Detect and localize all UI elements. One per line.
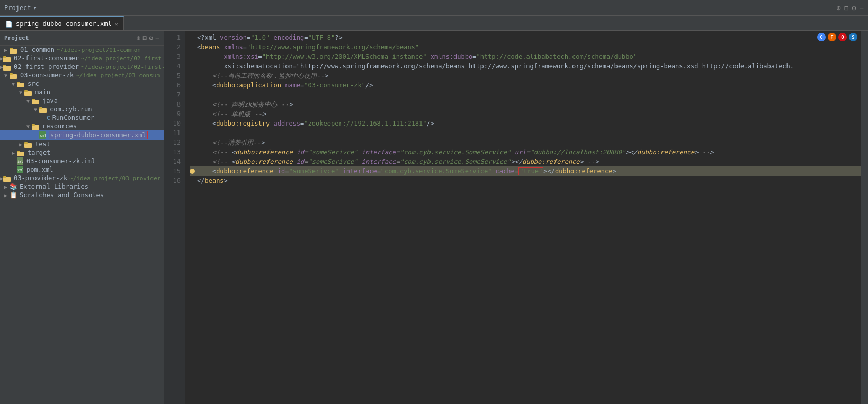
layout-icon[interactable]: ⊟: [844, 4, 848, 12]
tree-item-03-consumer-zk-iml[interactable]: iml03-consumer-zk.iml: [0, 157, 164, 165]
tree-item-pom-xml[interactable]: xmlpom.xml: [0, 165, 164, 174]
svg-rect-16: [32, 125, 39, 130]
svg-rect-4: [3, 66, 11, 71]
tree-item-main[interactable]: ▼main: [0, 88, 164, 96]
tree-meta: ~/idea-project/03-provider-: [69, 175, 164, 182]
tree-item-03-consumer-zk[interactable]: ▼03-consumer-zk ~/idea-project/03-consum: [0, 71, 164, 80]
line-number-4: 4: [168, 62, 181, 71]
sidebar-gear-icon[interactable]: ⚙: [149, 34, 153, 42]
line-number-2: 2: [168, 42, 181, 52]
tree-item-resources[interactable]: ▼resources: [0, 122, 164, 130]
code-text: <dubbo:application name="03-consumer-zk"…: [197, 81, 373, 90]
code-text: xmlns:xsi="http://www.w3.org/2001/XMLSch…: [197, 52, 637, 62]
code-text: <!-- <dubbo:reference id="someSerivce" i…: [197, 147, 714, 157]
tree-meta: ~/idea-project/01-common: [57, 47, 141, 54]
tree-arrow[interactable]: ▼: [32, 107, 39, 112]
tab-bar: 📄 spring-dubbo-consumer.xml ✕: [0, 16, 868, 31]
sidebar-title: Project: [4, 34, 29, 41]
tree-label: test: [35, 140, 50, 148]
tab-spring-dubbo-consumer[interactable]: 📄 spring-dubbo-consumer.xml ✕: [0, 16, 124, 30]
svg-rect-6: [10, 74, 17, 79]
line-number-1: 1: [168, 33, 181, 42]
project-menu[interactable]: Project ▾: [4, 4, 37, 12]
svg-rect-8: [17, 83, 24, 87]
tree-arrow[interactable]: ▶: [10, 150, 17, 156]
tree-item-RunConsumer[interactable]: CRunConsumer: [0, 113, 164, 122]
tree-item-test[interactable]: ▶test: [0, 140, 164, 148]
module-icon: [3, 55, 12, 62]
tree-item-Scratches-and-Consoles[interactable]: ▶📋Scratches and Consoles: [0, 191, 164, 199]
svg-rect-15: [39, 107, 42, 109]
tree-arrow[interactable]: ▼: [24, 124, 32, 129]
folder-icon: [24, 141, 33, 148]
svg-rect-20: [24, 143, 32, 148]
line-number-6: 6: [168, 81, 181, 90]
tree-arrow[interactable]: ▼: [10, 81, 17, 87]
iml-icon: iml: [17, 157, 24, 165]
svg-rect-1: [10, 48, 13, 49]
sidebar-layout-icon[interactable]: ⊟: [143, 34, 147, 42]
svg-rect-29: [3, 176, 6, 178]
module-icon: [3, 64, 12, 71]
svg-rect-14: [39, 108, 47, 113]
code-text: <!-- 声明zk服务中心 -->: [197, 100, 292, 109]
tree-item-03-provider-zk[interactable]: ▶03-provider-zk ~/idea-project/03-provid…: [0, 174, 164, 182]
breakpoint-dot: [190, 169, 195, 174]
tree-label: 01-common: [20, 46, 55, 54]
globe-icon[interactable]: ⊕: [836, 4, 840, 12]
tab-close-button[interactable]: ✕: [115, 21, 118, 27]
tree-item-01-common[interactable]: ▶01-common ~/idea-project/01-common: [0, 46, 164, 54]
tree-arrow[interactable]: ▶: [17, 142, 24, 147]
tree-item-target[interactable]: ▶target: [0, 148, 164, 157]
folder-icon: [32, 123, 40, 130]
folder-icon: [32, 98, 40, 104]
tree-meta: ~/idea-project/03-consum: [76, 72, 160, 79]
svg-text:xml: xml: [40, 134, 46, 138]
tree-item-spring-dubbo-consumer-xml[interactable]: xmlspring-dubbo-consumer.xml: [0, 130, 164, 140]
line-number-11: 11: [168, 128, 181, 138]
module-icon: [3, 175, 12, 182]
tab-xml-icon: 📄: [5, 21, 13, 28]
tree-arrow[interactable]: ▶: [2, 192, 10, 198]
tree-item-External-Libraries[interactable]: ▶📚External Libraries: [0, 182, 164, 191]
svg-rect-22: [17, 152, 24, 156]
tree-arrow[interactable]: ▶: [2, 184, 10, 190]
code-line: <dubbo:reference id="someSerivce" interf…: [190, 166, 861, 176]
tree-arrow[interactable]: ▼: [24, 98, 32, 104]
sidebar-header-icons: ⊕ ⊟ ⚙ −: [137, 34, 159, 42]
sidebar-header: Project ⊕ ⊟ ⚙ −: [0, 31, 164, 46]
tree-item-java[interactable]: ▼java: [0, 96, 164, 105]
svg-rect-13: [32, 99, 35, 100]
tab-label: spring-dubbo-consumer.xml: [16, 20, 112, 28]
code-text: <!-- <dubbo:reference id="someSerivce" i…: [197, 157, 599, 166]
tree-item-02-first-consumer[interactable]: ▶02-first-consumer ~/idea-project/02-fir…: [0, 54, 164, 63]
tree-meta: ~/idea-project/02-first-p: [81, 64, 164, 71]
right-gutter: [861, 31, 868, 404]
code-line: <!--当前工程的名称，监控中心使用-->: [190, 71, 861, 81]
tree-label: main: [35, 89, 50, 96]
code-editor[interactable]: <?xml version="1.0" encoding="UTF-8"?><b…: [185, 31, 861, 404]
sidebar-title-label: Project: [4, 34, 29, 41]
code-line: xmlns:xsi="http://www.w3.org/2001/XMLSch…: [190, 52, 861, 62]
tree-arrow[interactable]: ▶: [2, 47, 10, 53]
tree-arrow[interactable]: ▼: [2, 73, 10, 78]
tree-item-02-first-provider[interactable]: ▶02-first-provider ~/idea-project/02-fir…: [0, 63, 164, 71]
tree-arrow[interactable]: ▼: [17, 90, 24, 95]
svg-rect-17: [32, 124, 35, 126]
tree-item-com-cyb-run[interactable]: ▼com.cyb.run: [0, 105, 164, 113]
tree-label: 03-provider-zk: [14, 174, 67, 182]
tree-item-src[interactable]: ▼src: [0, 80, 164, 88]
code-line: <dubbo:application name="03-consumer-zk"…: [190, 81, 861, 90]
sidebar-globe-icon[interactable]: ⊕: [137, 34, 141, 42]
svg-text:xml: xml: [17, 168, 23, 172]
code-text: </beans>: [197, 176, 228, 186]
line-number-8: 8: [168, 100, 181, 109]
minimize-icon[interactable]: −: [860, 4, 864, 12]
project-label: Project: [4, 4, 31, 12]
svg-rect-11: [24, 90, 28, 92]
gear-icon[interactable]: ⚙: [852, 4, 856, 12]
code-text: <dubbo:registry address="zookeeper://192…: [197, 119, 434, 128]
sidebar-close-icon[interactable]: −: [155, 34, 159, 42]
code-line: xsi:schemaLocation="http://www.springfra…: [190, 62, 861, 71]
scratch-icon: 📋: [10, 191, 17, 199]
